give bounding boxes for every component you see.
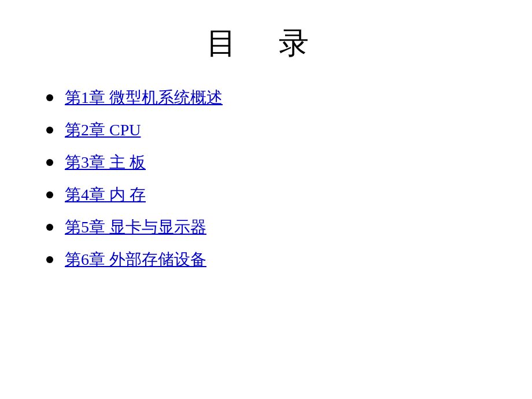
list-item: 第2章 CPU — [46, 119, 532, 141]
bullet-icon — [46, 127, 53, 134]
toc-link-chapter-3[interactable]: 第3章 主 板 — [65, 152, 146, 173]
page-container: 目 录 第1章 微型机系统概述第2章 CPU第3章 主 板第4章 内 存第5章 … — [0, 0, 532, 399]
toc-link-chapter-4[interactable]: 第4章 内 存 — [65, 184, 146, 206]
toc-link-chapter-2[interactable]: 第2章 CPU — [65, 119, 141, 141]
toc-link-chapter-5[interactable]: 第5章 显卡与显示器 — [65, 216, 206, 238]
bullet-icon — [46, 159, 53, 166]
toc-link-chapter-6[interactable]: 第6章 外部存储设备 — [65, 249, 206, 271]
bullet-icon — [46, 224, 53, 231]
list-item: 第3章 主 板 — [46, 152, 532, 173]
bullet-icon — [46, 256, 53, 263]
bullet-icon — [46, 94, 53, 101]
list-item: 第4章 内 存 — [46, 184, 532, 206]
toc-link-chapter-1[interactable]: 第1章 微型机系统概述 — [65, 87, 223, 109]
list-item: 第5章 显卡与显示器 — [46, 216, 532, 238]
list-item: 第6章 外部存储设备 — [46, 249, 532, 271]
bullet-icon — [46, 191, 53, 198]
page-title: 目 录 — [206, 23, 326, 64]
list-item: 第1章 微型机系统概述 — [46, 87, 532, 109]
toc-list: 第1章 微型机系统概述第2章 CPU第3章 主 板第4章 内 存第5章 显卡与显… — [0, 87, 532, 281]
